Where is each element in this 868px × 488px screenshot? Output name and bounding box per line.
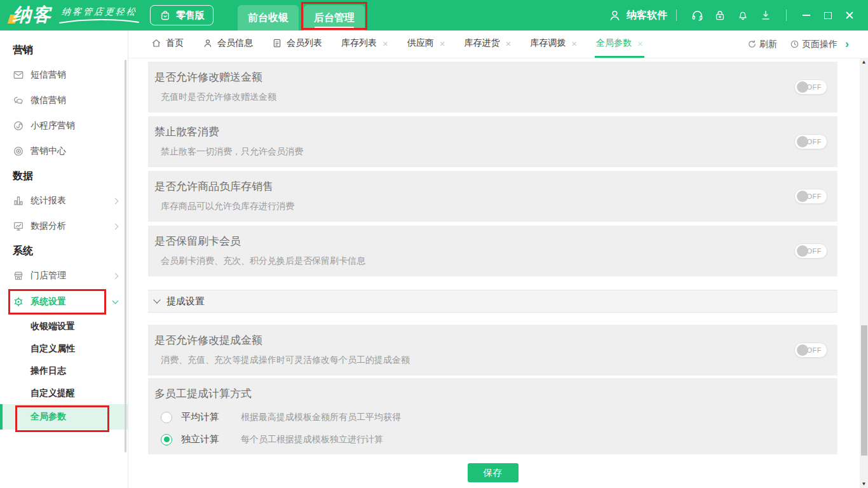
sidebar-item-miniprogram-marketing[interactable]: 小程序营销	[0, 113, 128, 139]
toggle-knob	[797, 136, 808, 147]
tab-global-parameters[interactable]: 全局参数 ×	[595, 30, 644, 58]
lock-button[interactable]	[710, 6, 729, 25]
refresh-button[interactable]: 刷新	[747, 39, 777, 50]
save-button[interactable]: 保存	[468, 463, 519, 482]
divider	[786, 10, 787, 21]
window-minimize-button[interactable]	[797, 6, 816, 25]
scroll-up-arrow-icon[interactable]: ▲	[862, 60, 867, 65]
account-label: 纳客软件	[627, 9, 667, 22]
chevron-right-icon	[112, 223, 119, 229]
home-icon	[151, 38, 161, 48]
setting-row-keep-swiped-member: 是否保留刷卡会员 会员刷卡消费、充次、积分兑换后是否保留刷卡信息 OFF	[148, 226, 837, 276]
window-close-button[interactable]	[840, 6, 859, 25]
toggle-state-label: OFF	[807, 138, 822, 146]
sidebar-item-wechat-marketing[interactable]: 微信营销	[0, 88, 128, 113]
toggle-allow-negative-stock-sale[interactable]: OFF	[794, 189, 827, 204]
page-operations-icon	[790, 39, 799, 49]
tab-close-icon[interactable]: ×	[506, 38, 512, 49]
notifications-button[interactable]	[733, 6, 752, 25]
scroll-down-arrow-icon[interactable]: ▼	[862, 482, 867, 487]
tab-inventory-list[interactable]: 库存列表 ×	[340, 30, 390, 58]
support-headset-button[interactable]	[688, 6, 707, 25]
commission-settings-section-header[interactable]: 提成设置	[148, 290, 837, 313]
tab-stock-transfer[interactable]: 库存调拨 ×	[529, 30, 578, 58]
setting-title: 多员工提成计算方式	[154, 386, 827, 401]
tagline-swoosh	[58, 18, 140, 24]
edition-button[interactable]: 零售版	[150, 5, 214, 25]
sidebar-section-system: 系统	[0, 239, 128, 263]
tab-suppliers[interactable]: 供应商 ×	[406, 30, 447, 58]
chevron-right-icon[interactable]: ›	[845, 37, 849, 51]
page-operations-button[interactable]: 页面操作	[790, 39, 837, 50]
headset-icon	[691, 9, 704, 22]
setting-row-allow-modify-commission: 是否允许修改提成金额 消费、充值、充次等提成操作时可灵活修改每个员工的提成金额 …	[148, 325, 837, 376]
nav-tab-back-office[interactable]: 后台管理	[304, 5, 365, 30]
tab-close-icon[interactable]: ×	[637, 38, 643, 49]
toggle-allow-modify-commission[interactable]: OFF	[794, 342, 827, 358]
setting-title: 是否保留刷卡会员	[154, 234, 827, 248]
radio-button-independent[interactable]	[161, 434, 172, 445]
sidebar-subitem-global-parameters[interactable]: 全局参数	[0, 404, 128, 430]
brand-tagline-wrap: 纳客管店更轻松	[58, 6, 140, 24]
sidebar-subitem-operation-log[interactable]: 操作日志	[0, 360, 128, 382]
radio-option-average: 平均计算 根据最高提成模板金额所有员工平均获得	[161, 411, 827, 423]
tab-close-icon[interactable]: ×	[571, 38, 577, 49]
toggle-allow-modify-gift-amount[interactable]: OFF	[794, 79, 827, 95]
scrollbar-thumb[interactable]	[861, 325, 867, 456]
radio-label: 独立计算	[181, 433, 220, 445]
miniprogram-icon	[13, 120, 24, 132]
tab-close-icon[interactable]: ×	[383, 38, 388, 49]
sidebar-item-store-management[interactable]: 门店管理	[0, 263, 128, 288]
sidebar-subitem-custom-reminders[interactable]: 自定义提醒	[0, 382, 128, 404]
toggle-keep-swiped-member[interactable]: OFF	[794, 243, 827, 259]
toggle-state-label: OFF	[807, 247, 822, 255]
header-nav-tabs: 前台收银 后台管理	[238, 5, 365, 30]
divider	[676, 10, 677, 21]
nav-tab-front-cashier[interactable]: 前台收银	[238, 5, 299, 30]
refresh-icon	[747, 39, 757, 49]
window-maximize-button[interactable]	[818, 6, 837, 25]
setting-description: 库存商品可以允许负库存进行消费	[161, 201, 827, 212]
tab-stock-in[interactable]: 库存进货 ×	[463, 30, 513, 58]
toggle-knob	[797, 81, 808, 93]
settings-panel: 是否允许修改赠送金额 充值时是否允许修改赠送金额 OFF 禁止散客消费 禁止散客…	[128, 58, 868, 488]
sidebar-item-statistics-reports[interactable]: 统计报表	[0, 188, 128, 214]
window-scrollbar[interactable]: ▲ ▼	[860, 58, 868, 488]
save-button-wrap: 保存	[148, 463, 837, 482]
chevron-right-icon	[112, 273, 119, 279]
radio-button-average[interactable]	[161, 412, 172, 423]
account-menu[interactable]: 纳客软件	[608, 9, 667, 22]
radio-option-independent: 独立计算 每个员工根据提成模板独立进行计算	[161, 433, 827, 445]
envelope-icon	[13, 69, 24, 81]
sidebar-item-marketing-center[interactable]: 营销中心	[0, 139, 128, 164]
tab-member-list[interactable]: 会员列表	[271, 30, 323, 58]
sidebar-item-sms-marketing[interactable]: 短信营销	[0, 62, 128, 88]
setting-title: 是否允许商品负库存销售	[154, 179, 827, 194]
sidebar: 营销 短信营销 微信营销 小程序营销	[0, 30, 128, 488]
brand: 纳客 纳客管店更轻松	[9, 3, 140, 28]
toggle-forbid-walkin-consumption[interactable]: OFF	[794, 134, 827, 149]
shopping-bag-icon	[159, 9, 172, 22]
toggle-knob	[797, 191, 808, 202]
minimize-icon	[803, 15, 810, 16]
gear-icon	[13, 296, 24, 308]
tab-close-icon[interactable]: ×	[440, 38, 445, 49]
chevron-right-icon	[112, 198, 119, 204]
setting-description: 禁止散客一切消费，只允许会员消费	[161, 146, 827, 158]
tab-member-info[interactable]: 会员信息	[201, 30, 254, 58]
tab-home[interactable]: 首页	[150, 30, 185, 58]
setting-title: 禁止散客消费	[154, 125, 827, 139]
download-button[interactable]	[756, 6, 775, 25]
sidebar-subitem-pos-settings[interactable]: 收银端设置	[0, 315, 128, 337]
tabbar-actions: 刷新 页面操作 ›	[747, 30, 868, 58]
monitor-icon	[13, 220, 24, 232]
setting-description: 消费、充值、充次等提成操作时可灵活修改每个员工的提成金额	[161, 355, 827, 366]
tab-bar: 首页 会员信息 会员列表 库存列表 ×	[128, 30, 868, 58]
active-nav-underline	[315, 27, 354, 29]
sidebar-item-data-analysis[interactable]: 数据分析	[0, 214, 128, 239]
sidebar-item-system-settings[interactable]: 系统设置	[0, 288, 128, 315]
download-icon	[759, 9, 772, 22]
sidebar-subitem-custom-attributes[interactable]: 自定义属性	[0, 337, 128, 360]
setting-description: 会员刷卡消费、充次、积分兑换后是否保留刷卡信息	[161, 255, 827, 267]
sidebar-scrollbar[interactable]	[125, 60, 126, 452]
